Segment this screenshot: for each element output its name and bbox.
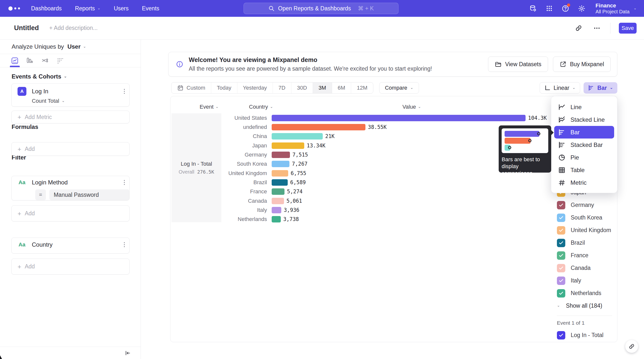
tab-retention[interactable]	[56, 57, 64, 65]
time-range-today[interactable]: Today	[211, 83, 237, 93]
legend-event-item[interactable]: Log In - Total	[557, 329, 604, 341]
nav-reports[interactable]: Reports⌄	[75, 5, 100, 12]
add-metric-button[interactable]: + Add Metric	[11, 111, 130, 123]
add-filter-button[interactable]: + Add	[11, 205, 130, 221]
legend-item-south-korea[interactable]: South Korea	[557, 211, 616, 224]
bar-china[interactable]	[272, 133, 323, 140]
filter-operator-chip[interactable]: =	[35, 189, 46, 200]
collapse-sidebar-icon[interactable]	[124, 350, 131, 356]
nav-events[interactable]: Events	[142, 5, 159, 12]
legend-item-brazil[interactable]: Brazil	[557, 236, 616, 249]
global-search-input[interactable]: Open Reports & Dashboards ⌘ + K	[244, 3, 398, 14]
mixpanel-logo-icon[interactable]	[8, 7, 26, 11]
filter-property-name[interactable]: Login Method	[32, 179, 68, 186]
menu-item-stacked-line[interactable]: Stacked Line	[554, 113, 614, 126]
apps-grid-icon[interactable]	[545, 5, 553, 12]
menu-item-pie[interactable]: Pie	[554, 151, 614, 164]
scale-label: Linear	[554, 85, 570, 91]
tab-flows[interactable]	[41, 57, 49, 65]
nav-dashboards[interactable]: Dashboards	[31, 5, 62, 12]
checkbox-united-kingdom[interactable]	[557, 226, 565, 235]
metric-card-log-in[interactable]: A Log In Count Total ⌄	[11, 84, 130, 107]
chart-bar-row: United States104.3K	[221, 113, 550, 123]
data-management-icon[interactable]	[529, 5, 537, 12]
checkbox-south-korea[interactable]	[557, 214, 565, 222]
filter-menu-icon[interactable]	[124, 180, 125, 185]
value-label: 13.34K	[307, 143, 326, 149]
checkbox-netherlands[interactable]	[557, 289, 565, 297]
chart-type-button[interactable]: Bar ⌄	[584, 82, 617, 94]
buy-mixpanel-button[interactable]: Buy Mixpanel	[553, 57, 611, 72]
nav-users[interactable]: Users	[114, 5, 128, 12]
tab-insights[interactable]	[10, 57, 19, 65]
time-range-12m[interactable]: 12M	[351, 83, 373, 93]
bar-canada[interactable]	[272, 198, 284, 204]
bar-france[interactable]	[272, 188, 284, 195]
settings-gear-icon[interactable]	[578, 5, 586, 12]
time-range-3m[interactable]: 3M	[312, 83, 332, 93]
events-cohorts-section[interactable]: Events & Cohorts ⌄	[0, 73, 141, 80]
time-range-custom[interactable]: Custom	[172, 83, 211, 93]
country-column-header[interactable]: Country ⌄	[249, 103, 273, 111]
legend-item-united-kingdom[interactable]: United Kingdom	[557, 224, 616, 236]
bar-undefined[interactable]	[272, 124, 366, 130]
report-title[interactable]: Untitled	[14, 24, 39, 32]
chart-bar-row: Netherlands3,738	[221, 215, 550, 224]
legend-item-germany[interactable]: Germany	[557, 199, 616, 211]
save-button[interactable]: Save	[619, 23, 636, 34]
metric-name[interactable]: Log In	[32, 88, 48, 95]
scale-selector-button[interactable]: Linear ⌄	[540, 82, 580, 94]
bar-brazil[interactable]	[272, 179, 288, 186]
more-options-icon[interactable]	[592, 23, 602, 33]
menu-item-line[interactable]: Line	[554, 101, 614, 113]
value-column-header[interactable]: Value ⌄	[402, 103, 421, 111]
add-formula-button[interactable]: + Add	[11, 142, 130, 156]
tab-funnels[interactable]	[26, 57, 34, 65]
checkbox-france[interactable]	[557, 251, 565, 260]
breakdown-menu-icon[interactable]	[124, 242, 125, 247]
add-description-field[interactable]: + Add description...	[49, 25, 98, 31]
breakdown-card-country[interactable]: Aa Country	[11, 237, 130, 254]
share-link-fab[interactable]	[625, 340, 638, 353]
metric-aggregation-dropdown[interactable]: Count Total ⌄	[12, 98, 129, 104]
legend-item-canada[interactable]: Canada	[557, 262, 616, 274]
bar-netherlands[interactable]	[272, 216, 281, 222]
time-range-yesterday[interactable]: Yesterday	[237, 83, 273, 93]
legend-item-france[interactable]: France	[557, 249, 616, 262]
show-all-button[interactable]: ⌄ Show all (184)	[557, 299, 616, 312]
bar-japan[interactable]	[272, 142, 304, 149]
checkbox-brazil[interactable]	[557, 239, 565, 247]
bar-united-states[interactable]	[272, 115, 526, 121]
time-range-7d[interactable]: 7D	[273, 83, 291, 93]
checkbox-canada[interactable]	[557, 264, 565, 272]
compare-button[interactable]: Compare ⌄	[379, 82, 419, 94]
checkbox-italy[interactable]	[557, 276, 565, 285]
checkbox-log-in-total[interactable]	[557, 331, 565, 339]
menu-item-bar[interactable]: Bar	[554, 126, 614, 139]
copy-link-icon[interactable]	[574, 23, 584, 33]
bar-south-korea[interactable]	[272, 161, 290, 167]
analyze-value-dropdown[interactable]: User	[67, 43, 80, 50]
filter-value-field[interactable]: Manual Password	[49, 189, 129, 200]
bar-italy[interactable]	[272, 207, 281, 213]
project-switcher[interactable]: Finance All Project Data ⌄	[596, 2, 636, 15]
legend-item-italy[interactable]: Italy	[557, 274, 616, 287]
metric-menu-icon[interactable]	[124, 89, 125, 94]
time-range-30d[interactable]: 30D	[291, 83, 312, 93]
legend-item-netherlands[interactable]: Netherlands	[557, 287, 616, 299]
breakdown-property-name[interactable]: Country	[32, 241, 52, 248]
help-icon[interactable]	[562, 5, 570, 12]
country-label: France	[221, 188, 272, 195]
bar-united-kingdom[interactable]	[272, 170, 288, 177]
menu-item-table[interactable]: Table	[554, 164, 614, 176]
bar-germany[interactable]	[272, 152, 290, 158]
menu-item-stacked-bar[interactable]: Stacked Bar	[554, 139, 614, 151]
view-datasets-button[interactable]: View Datasets	[488, 57, 548, 72]
add-breakdown-button[interactable]: + Add	[11, 258, 130, 274]
event-total-cell[interactable]: Log In - Total Overall 276.5K	[172, 113, 221, 222]
checkbox-germany[interactable]	[557, 201, 565, 209]
event-column-header[interactable]: Event ⌄	[200, 103, 218, 111]
filter-card-login-method[interactable]: Aa Login Method = Manual Password	[11, 176, 130, 200]
time-range-6m[interactable]: 6M	[332, 83, 351, 93]
menu-item-metric[interactable]: Metric	[554, 176, 614, 189]
